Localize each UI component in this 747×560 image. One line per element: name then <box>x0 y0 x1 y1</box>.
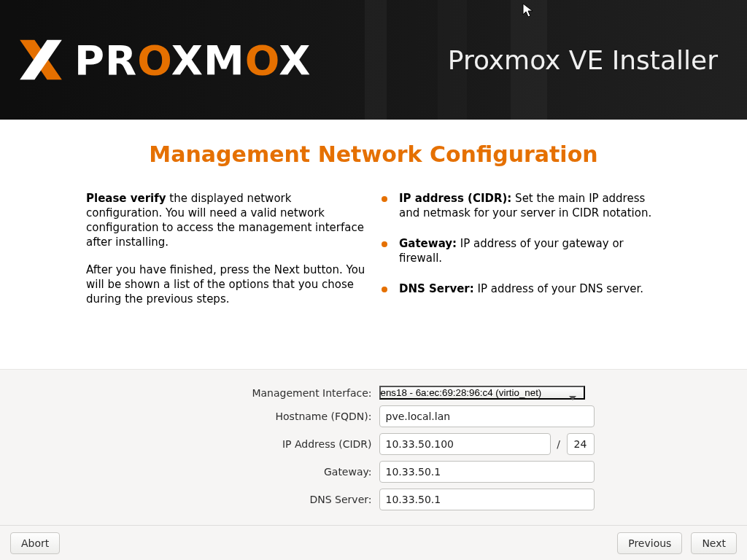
intro-column: Please verify the displayed network conf… <box>86 192 368 320</box>
abort-button[interactable]: Abort <box>10 532 60 554</box>
intro-paragraph-2: After you have finished, press the Next … <box>86 263 368 307</box>
cidr-input[interactable] <box>567 433 595 455</box>
brand-logo: PROXMOX <box>15 34 311 86</box>
header-banner: PROXMOX Proxmox VE Installer <box>0 0 747 120</box>
bullet-column: IP address (CIDR): Set the main IP addre… <box>379 192 661 320</box>
mgmt-interface-label: Management Interface: <box>153 387 372 399</box>
ip-address-input[interactable] <box>379 433 551 455</box>
gateway-label: Gateway: <box>153 466 372 478</box>
brand-text: X <box>279 36 311 84</box>
gateway-input[interactable] <box>379 461 595 483</box>
proxmox-mark-icon <box>15 34 67 86</box>
intro-strong: Please verify <box>86 192 166 205</box>
bullet-label: IP address (CIDR): <box>399 192 511 205</box>
bullet-label: DNS Server: <box>399 282 474 295</box>
content-area: Management Network Configuration Please … <box>0 120 747 369</box>
intro-paragraph-1: Please verify the displayed network conf… <box>86 192 368 250</box>
bullet-item: Gateway: IP address of your gateway or f… <box>379 237 661 266</box>
brand-wordmark: PROXMOX <box>74 36 311 84</box>
brand-text: O <box>245 36 279 84</box>
ip-address-label: IP Address (CIDR) <box>153 438 372 450</box>
brand-text: XM <box>171 36 245 84</box>
installer-title: Proxmox VE Installer <box>448 45 732 75</box>
dns-server-input[interactable] <box>379 489 595 510</box>
bullet-item: IP address (CIDR): Set the main IP addre… <box>379 192 661 221</box>
mgmt-interface-value: ens18 - 6a:ec:69:28:96:c4 (virtio_net) <box>381 387 542 398</box>
dns-server-label: DNS Server: <box>153 494 372 505</box>
next-button[interactable]: Next <box>691 532 737 554</box>
form-area: Management Interface: ens18 - 6a:ec:69:2… <box>0 369 747 525</box>
bullet-label: Gateway: <box>399 237 457 250</box>
brand-text: PR <box>74 36 137 84</box>
hostname-input[interactable] <box>379 405 595 427</box>
cidr-separator: / <box>555 438 562 450</box>
bullet-text: IP address of your DNS server. <box>474 282 643 295</box>
mouse-cursor-icon <box>522 3 535 19</box>
footer-bar: Abort Previous Next <box>0 525 747 560</box>
hostname-label: Hostname (FQDN): <box>153 411 372 422</box>
brand-text: O <box>137 36 171 84</box>
mgmt-interface-select[interactable]: ens18 - 6a:ec:69:28:96:c4 (virtio_net) <box>379 386 585 400</box>
page-title: Management Network Configuration <box>0 141 747 167</box>
bullet-item: DNS Server: IP address of your DNS serve… <box>379 282 661 297</box>
previous-button[interactable]: Previous <box>617 532 682 554</box>
